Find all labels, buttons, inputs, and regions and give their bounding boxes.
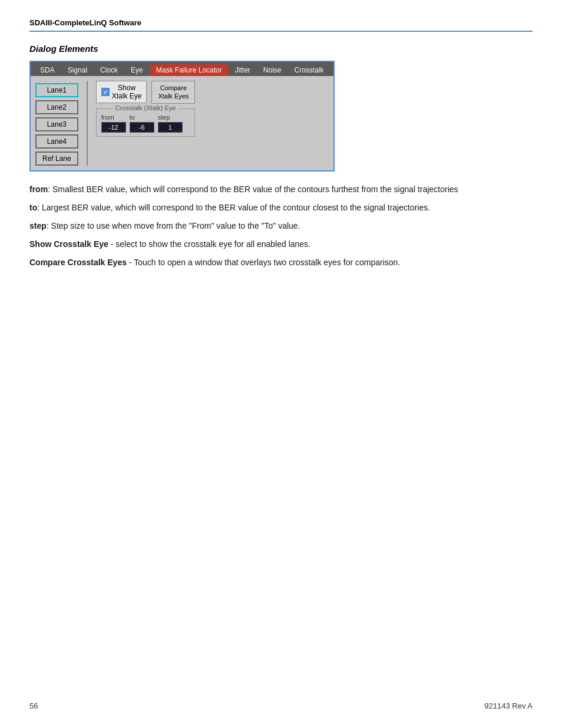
tab-bar: SDA Signal Clock Eye Mask Failure Locato… [31, 62, 333, 76]
page-header: SDAIII-CompleteLinQ Software [29, 18, 533, 32]
lane1-button[interactable]: Lane1 [35, 83, 78, 97]
header-title: SDAIII-CompleteLinQ Software [29, 18, 141, 27]
text-from: : Smallest BER value, which will corresp… [48, 185, 458, 194]
xtalk-row: ✓ ShowXtalk Eye CompareXtalk Eyes [96, 81, 196, 104]
doc-number: 921143 Rev A [484, 701, 533, 710]
body-text-show-crosstalk: Show Crosstalk Eye - select to show the … [29, 238, 533, 251]
section-title: Dialog Elements [29, 44, 533, 54]
to-input[interactable] [130, 122, 154, 133]
from-label: from [101, 114, 126, 121]
checkbox-checked-icon: ✓ [101, 88, 110, 96]
body-text-to: to: Largest BER value, which will corres… [29, 202, 533, 214]
to-field-group: to [130, 114, 154, 133]
tab-noise[interactable]: Noise [257, 64, 287, 76]
crosstalk-group-label: Crosstalk (Xtalk) Eye [113, 104, 178, 111]
body-text-step: step: Step size to use when move from th… [29, 220, 533, 232]
lane3-button[interactable]: Lane3 [35, 117, 78, 131]
to-label: to [130, 114, 154, 121]
text-show-crosstalk: - select to show the crosstalk eye for a… [108, 239, 310, 249]
dialog-box: SDA Signal Clock Eye Mask Failure Locato… [29, 61, 335, 172]
page-footer: 56 921143 Rev A [29, 701, 533, 710]
lane-panel: Lane1 Lane2 Lane3 Lane4 Ref Lane [35, 81, 78, 166]
tab-mask-failure-locator[interactable]: Mask Failure Locator [150, 64, 228, 76]
bold-show-crosstalk: Show Crosstalk Eye [29, 239, 108, 249]
page-number: 56 [29, 701, 38, 710]
xtalk-fields-row: from to step [101, 114, 190, 133]
bold-from: from [29, 185, 48, 194]
tab-clock[interactable]: Clock [94, 64, 124, 76]
lane2-button[interactable]: Lane2 [35, 100, 78, 114]
text-to: : Largest BER value, which will correspo… [37, 203, 430, 212]
body-text-compare-crosstalk: Compare Crosstalk Eyes - Touch to open a… [29, 256, 533, 269]
from-input[interactable] [101, 122, 126, 133]
step-input[interactable] [158, 122, 183, 133]
text-compare-crosstalk: - Touch to open a window that overlays t… [127, 258, 400, 267]
tab-signal[interactable]: Signal [62, 64, 93, 76]
lane4-button[interactable]: Lane4 [35, 134, 78, 149]
tab-sda[interactable]: SDA [34, 64, 61, 76]
text-step: : Step size to use when move from the "F… [47, 221, 300, 230]
compare-xtalk-eyes-label: CompareXtalk Eyes [158, 84, 189, 100]
bold-compare-crosstalk: Compare Crosstalk Eyes [29, 258, 127, 267]
tab-crosstalk[interactable]: Crosstalk [289, 64, 330, 76]
step-label: step [158, 114, 183, 121]
reflane-button[interactable]: Ref Lane [35, 151, 78, 166]
show-xtalk-eye-button[interactable]: ✓ ShowXtalk Eye [96, 81, 147, 103]
tab-eye[interactable]: Eye [125, 64, 149, 76]
dialog-content: Lane1 Lane2 Lane3 Lane4 Ref Lane ✓ ShowX… [31, 76, 333, 170]
crosstalk-eye-group: Crosstalk (Xtalk) Eye from to step [96, 108, 196, 137]
vertical-separator [87, 81, 88, 166]
compare-xtalk-eyes-button[interactable]: CompareXtalk Eyes [151, 81, 195, 104]
bold-to: to [29, 203, 37, 212]
right-panel: ✓ ShowXtalk Eye CompareXtalk Eyes Crosst… [96, 81, 196, 166]
body-text-from: from: Smallest BER value, which will cor… [29, 183, 533, 196]
show-xtalk-eye-label: ShowXtalk Eye [112, 84, 142, 100]
bold-step: step [29, 221, 47, 230]
step-field-group: step [158, 114, 183, 133]
tab-jitter[interactable]: Jitter [229, 64, 256, 76]
from-field-group: from [101, 114, 126, 133]
